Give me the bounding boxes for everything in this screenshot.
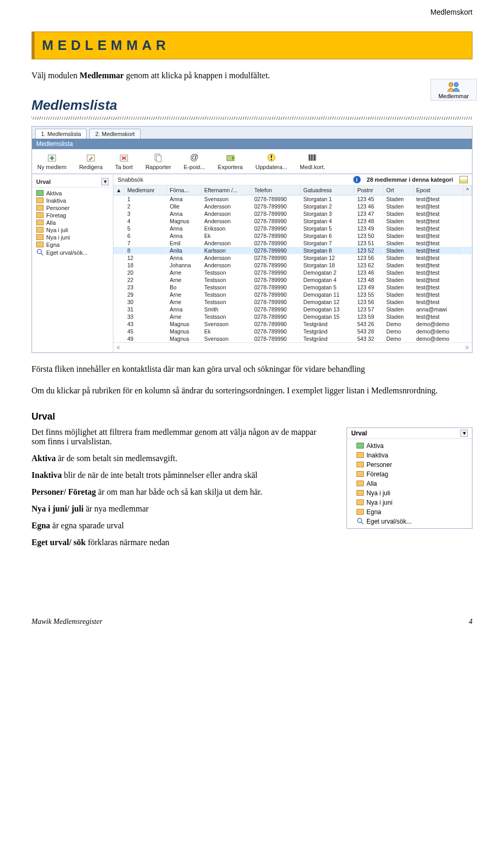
table-cell: Ek <box>202 232 251 239</box>
chevron-down-icon: ▾ <box>101 178 109 185</box>
sidebar-item[interactable]: Egna <box>36 241 111 248</box>
tab-medlemskort[interactable]: 2. Medlemskort <box>89 129 140 139</box>
column-header[interactable]: Efternamn /... <box>202 185 251 195</box>
column-header[interactable]: Epost <box>413 185 463 195</box>
table-row[interactable]: 12AnnaAndersson0278-789990Storgatan 1212… <box>113 254 472 262</box>
table-row[interactable]: 43MagnusSvensson0278-789990Testgränd543 … <box>113 320 472 328</box>
table-row[interactable]: 23BoTestsson0278-789990Demogatan 5123 49… <box>113 284 472 291</box>
sidebar-item[interactable]: Personer <box>356 460 470 470</box>
column-header[interactable]: Förna... <box>167 185 202 195</box>
table-row[interactable]: 20ArneTestsson0278-789990Demogatan 2123 … <box>113 269 472 276</box>
toolbar-button[interactable]: Rapporter <box>145 152 171 170</box>
urval-dropdown[interactable]: Urval ▾ <box>32 176 113 187</box>
sidebar-item[interactable]: Nya i juli <box>36 226 111 234</box>
table-row[interactable]: 5AnnaEriksson0278-789990Storgatan 5123 4… <box>113 225 472 232</box>
table-row[interactable]: 3AnnaAndersson0278-789990Storgatan 3123 … <box>113 210 472 217</box>
table-row[interactable]: 2OlleAndersson0278-789990Storgatan 2123 … <box>113 203 472 210</box>
column-header[interactable]: Telefon <box>251 185 301 195</box>
tab-medlemslista[interactable]: 1. Medlemslista <box>35 129 87 139</box>
table-cell: Testsson <box>202 313 251 320</box>
sidebar-item[interactable]: Företag <box>356 470 470 479</box>
toolbar-button[interactable]: @E-post... <box>184 152 205 170</box>
module-medlemmar-button[interactable]: Medlemmar <box>430 79 477 101</box>
table-cell: 0278-789990 <box>251 313 301 320</box>
scroll-up-icon[interactable]: ^ <box>464 185 472 195</box>
toolbar-icon <box>225 152 236 163</box>
section-divider <box>32 117 472 120</box>
table-row[interactable]: 31AnnaSmith0278-789990Demogatan 13123 57… <box>113 306 472 313</box>
toolbar-button[interactable]: Uppdatera... <box>256 152 288 170</box>
table-cell: Andersson <box>202 203 251 210</box>
toolbar-button[interactable]: Redigera <box>79 152 103 170</box>
people-icon <box>447 81 460 92</box>
horizontal-scrollbar[interactable]: <> <box>113 342 472 352</box>
sidebar-item[interactable]: Aktiva <box>36 190 111 197</box>
table-row[interactable]: 4MagnusAndersson0278-789990Storgatan 412… <box>113 217 472 225</box>
sidebar-item[interactable]: Inaktiva <box>356 451 470 460</box>
table-cell: 0278-789990 <box>251 291 301 298</box>
column-header[interactable]: Ort <box>383 185 413 195</box>
sidebar-item[interactable]: Nya i juni <box>356 498 470 507</box>
table-cell: anna@mawi <box>413 306 463 313</box>
column-header[interactable]: Gatuadress <box>300 185 354 195</box>
urval-p7: Eget urval/ sök förklaras närmare nedan <box>32 538 326 547</box>
page-header-right: Medlemskort <box>430 8 472 16</box>
intro-post: genom att klicka på knappen i modulfälte… <box>124 71 270 80</box>
table-cell: 2 <box>124 203 167 210</box>
sidebar-item[interactable]: Egna <box>356 507 470 517</box>
table-cell: 0278-789990 <box>251 254 301 262</box>
table-cell: Testsson <box>202 298 251 306</box>
sidebar-item[interactable]: Nya i juli <box>356 488 470 498</box>
table-cell: test@test <box>413 313 463 320</box>
footer-left: Mawik Medlemsregister <box>32 618 102 626</box>
sidebar-item[interactable]: Eget urval/sök... <box>36 248 111 257</box>
urval-panel-dropdown[interactable]: Urval ▾ <box>347 428 472 439</box>
table-row[interactable]: 22ArneTestsson0278-789990Demogatan 4123 … <box>113 276 472 284</box>
table-row[interactable]: 18JohannaAndersson0278-789990Storgatan 1… <box>113 262 472 269</box>
toolbar-button[interactable]: Ny medlem <box>37 152 67 170</box>
table-cell: 123 48 <box>354 276 383 284</box>
table-cell: 0278-789990 <box>251 306 301 313</box>
svg-point-24 <box>358 518 362 523</box>
table-row[interactable]: 6AnnaEk0278-789990Storgatan 6123 50Stade… <box>113 232 472 239</box>
members-table[interactable]: ▲MedlemsnrFörna...Efternamn /...TelefonG… <box>113 185 472 342</box>
table-row[interactable]: 1AnnaSvensson0278-789990Storgatan 1123 4… <box>113 195 472 203</box>
table-cell: 5 <box>124 225 167 232</box>
table-row[interactable]: 8AnitaKarlsson0278-789990Storgatan 8123 … <box>113 247 472 254</box>
sidebar-item[interactable]: Nya i juni <box>36 234 111 241</box>
toolbar-button[interactable]: Medl.kort. <box>300 152 325 170</box>
column-header-sort[interactable]: ▲ <box>113 185 124 195</box>
column-header[interactable]: Medlemsnr <box>124 185 167 195</box>
table-row[interactable]: 30ArneTestsson0278-789990Demogatan 12123… <box>113 298 472 306</box>
sidebar-item[interactable]: Aktiva <box>356 441 470 451</box>
table-cell: Staden <box>383 203 413 210</box>
sidebar-item[interactable]: Eget urval/sök... <box>356 517 470 526</box>
info-icon: i <box>353 176 361 183</box>
sidebar-item[interactable]: Företag <box>36 212 111 219</box>
toolbar-button[interactable]: Ta bort <box>115 152 133 170</box>
table-cell: test@test <box>413 276 463 284</box>
table-cell: 123 56 <box>354 298 383 306</box>
sidebar-item[interactable]: Alla <box>356 479 470 488</box>
sidebar-item[interactable]: Inaktiva <box>36 197 111 204</box>
table-cell: 8 <box>124 247 167 254</box>
table-cell: Andersson <box>202 210 251 217</box>
table-cell: Demogatan 2 <box>300 269 354 276</box>
table-cell: Andersson <box>202 262 251 269</box>
table-cell: Storgatan 3 <box>300 210 354 217</box>
folder-icon <box>356 443 364 448</box>
table-row[interactable]: 45MagnusEk0278-789990Testgränd543 28Demo… <box>113 328 472 335</box>
column-header[interactable]: Postnr <box>354 185 383 195</box>
sidebar-item[interactable]: Personer <box>36 204 111 212</box>
sidebar-item[interactable]: Alla <box>36 219 111 226</box>
table-row[interactable]: 7EmilAndersson0278-789990Storgatan 7123 … <box>113 239 472 247</box>
table-cell: Demogatan 15 <box>300 313 354 320</box>
magnifier-icon <box>36 249 44 256</box>
table-row[interactable]: 49MagnusSvensson0278-789990Testgränd543 … <box>113 335 472 342</box>
table-row[interactable]: 29ArneTestsson0278-789990Demogatan 11123… <box>113 291 472 298</box>
picture-icon[interactable] <box>459 176 468 183</box>
toolbar-button[interactable]: Exportera <box>218 152 243 170</box>
table-row[interactable]: 33ArneTestsson0278-789990Demogatan 15123… <box>113 313 472 320</box>
table-cell: test@test <box>413 239 463 247</box>
table-cell: Storgatan 6 <box>300 232 354 239</box>
